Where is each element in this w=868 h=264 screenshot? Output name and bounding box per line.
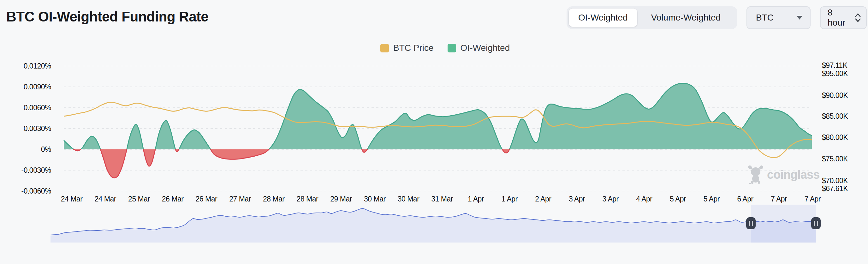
x-axis-tick: 24 Mar <box>94 195 116 203</box>
y-axis-right-tick: $70.00K <box>822 177 848 185</box>
x-axis-tick: 2 Apr <box>535 195 551 203</box>
y-axis-left-tick: -0.0030% <box>1 166 51 175</box>
coinglass-bull-icon <box>747 165 764 184</box>
x-axis-tick: 3 Apr <box>569 195 585 203</box>
x-axis-tick: 5 Apr <box>670 195 686 203</box>
navigator-handle-left[interactable] <box>746 217 756 229</box>
x-axis-tick: 24 Mar <box>61 195 83 203</box>
y-axis-right-tick: $85.00K <box>822 112 848 121</box>
watermark-text: coinglass <box>767 168 819 182</box>
x-axis-tick: 31 Mar <box>431 195 453 203</box>
y-axis-left-tick: 0.0060% <box>1 104 51 112</box>
y-axis-right-tick: $90.00K <box>822 91 848 100</box>
x-axis-tick: 30 Mar <box>364 195 386 203</box>
y-axis-left-tick: -0.0060% <box>1 187 51 196</box>
y-axis-right-tick: $67.61K <box>822 184 848 193</box>
y-axis-right-tick: $97.11K <box>822 61 847 70</box>
x-axis-tick: 26 Mar <box>162 195 184 203</box>
x-axis-tick: 3 Apr <box>602 195 619 203</box>
y-axis-right-tick: $80.00K <box>822 133 848 142</box>
navigator-handle-right[interactable] <box>811 217 820 229</box>
x-axis-tick: 28 Mar <box>297 195 318 203</box>
funding-rate-chart <box>0 0 868 264</box>
x-axis-tick: 27 Mar <box>229 195 251 203</box>
x-axis-tick: 28 Mar <box>263 195 285 203</box>
x-axis-tick: 5 Apr <box>704 195 720 203</box>
navigator-selection[interactable] <box>751 205 816 242</box>
x-axis-tick: 7 Apr <box>805 195 820 203</box>
x-axis-tick: 1 Apr <box>501 195 517 203</box>
y-axis-right-tick: $95.00K <box>822 69 848 78</box>
y-axis-left-tick: 0.0090% <box>1 83 51 91</box>
coinglass-watermark: coinglass <box>747 165 819 184</box>
funding-rate-page: BTC OI-Weighted Funding Rate OI-Weighted… <box>0 0 868 264</box>
y-axis-left-tick: 0.0120% <box>1 62 51 70</box>
x-axis-tick: 30 Mar <box>398 195 420 203</box>
x-axis-tick: 29 Mar <box>330 195 352 203</box>
y-axis-left-tick: 0.0030% <box>1 124 51 133</box>
x-axis-tick: 6 Apr <box>737 195 753 203</box>
x-axis-tick: 7 Apr <box>771 195 787 203</box>
x-axis-tick: 1 Apr <box>468 195 484 203</box>
y-axis-left-tick: 0% <box>1 145 51 154</box>
x-axis-tick: 25 Mar <box>128 195 150 203</box>
funding-rate-area <box>64 83 812 178</box>
navigator[interactable] <box>51 205 820 242</box>
y-axis-right-tick: $75.00K <box>822 155 848 163</box>
x-axis-tick: 26 Mar <box>196 195 217 203</box>
x-axis-tick: 4 Apr <box>636 195 652 203</box>
